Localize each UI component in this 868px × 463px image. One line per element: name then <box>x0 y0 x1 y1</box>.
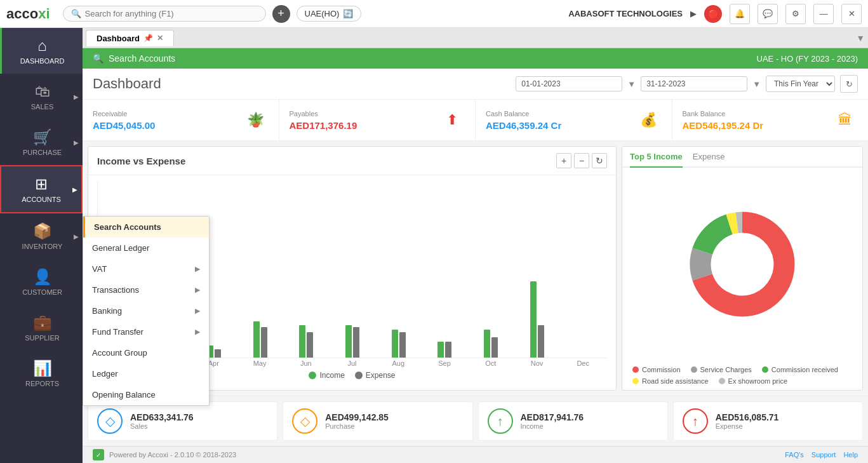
top-bar: accoxi 🔍 + UAE(HO) 🔄 AABASOFT TECHNOLOGI… <box>0 0 868 28</box>
global-search[interactable]: 🔍 <box>63 6 266 22</box>
menu-search-accounts[interactable]: Search Accounts <box>83 217 209 238</box>
tab-dashboard[interactable]: Dashboard 📌 ✕ <box>86 30 174 46</box>
sidebar-item-supplier[interactable]: 💼 SUPPLIER <box>0 305 83 351</box>
expense-bar-sep <box>445 342 451 358</box>
donut-legend: CommissionService ChargesCommission rece… <box>622 361 862 390</box>
search-accounts-left: 🔍 Search Accounts <box>93 53 175 64</box>
user-avatar[interactable]: 🔴 <box>704 5 722 23</box>
month-label-jun: Jun <box>283 359 329 367</box>
cash-amount: AED46,359.24 Cr <box>486 120 561 131</box>
sidebar-label-accounts: ACCOUNTS <box>22 196 61 203</box>
global-search-input[interactable] <box>85 9 258 18</box>
inventory-icon: 📦 <box>33 222 52 240</box>
sidebar-item-customer[interactable]: 👤 CUSTOMER <box>0 259 83 305</box>
faq-link[interactable]: FAQ's <box>785 451 804 459</box>
expense-bar-jul <box>353 327 359 358</box>
payables-card: Payables AED171,376.19 ⬆ <box>279 100 476 140</box>
expense-bar-jun <box>307 332 313 358</box>
income-bar-jul <box>345 325 352 358</box>
sidebar-item-sales[interactable]: 🛍 SALES ▶ <box>0 74 83 119</box>
donut-container <box>622 168 862 361</box>
period-select[interactable]: This Fin Year <box>766 76 835 92</box>
messages-button[interactable]: 💬 <box>758 4 778 24</box>
menu-ledger[interactable]: Ledger <box>83 363 209 384</box>
menu-vat[interactable]: VAT ▶ <box>83 258 209 279</box>
close-button[interactable]: ✕ <box>841 4 862 24</box>
tab-close-icon[interactable]: ✕ <box>157 34 163 43</box>
help-link[interactable]: Help <box>843 451 858 459</box>
chart-add-button[interactable]: + <box>556 153 571 168</box>
inventory-arrow: ▶ <box>74 233 79 240</box>
income-card-icon: ↑ <box>488 408 513 434</box>
tab-top-income[interactable]: Top 5 Income <box>630 152 683 168</box>
sidebar: ⌂ DASHBOARD 🛍 SALES ▶ 🛒 PURCHASE ▶ ⊞ ACC… <box>0 28 83 463</box>
purchase-arrow: ▶ <box>74 139 79 146</box>
menu-ledger-label: Ledger <box>92 369 117 379</box>
purchase-icon: 🛒 <box>33 128 52 146</box>
footer-left: ✓ Powered by Accoxi - 2.0.10 © 2018-2023 <box>93 449 236 460</box>
sidebar-item-purchase[interactable]: 🛒 PURCHASE ▶ <box>0 119 83 165</box>
sidebar-item-inventory[interactable]: 📦 INVENTORY ▶ <box>0 213 83 259</box>
dashboard-icon: ⌂ <box>37 37 47 55</box>
menu-transactions[interactable]: Transactions ▶ <box>83 279 209 300</box>
donut-legend-label: Commission received <box>771 366 838 373</box>
tab-expense[interactable]: Expense <box>693 152 725 168</box>
menu-opening-balance-label: Opening Balance <box>92 390 156 399</box>
cash-icon: 💰 <box>636 107 662 133</box>
expense-bar-nov <box>538 325 544 358</box>
donut-dot <box>762 366 768 373</box>
add-button[interactable]: + <box>272 5 290 23</box>
date-from-input[interactable] <box>516 76 622 91</box>
sales-arrow: ▶ <box>74 93 79 100</box>
legend-expense-label: Expense <box>366 371 396 380</box>
summary-cards: Receivable AED45,045.00 🪴 Payables AED17… <box>83 100 868 141</box>
menu-vat-label: VAT <box>92 264 107 274</box>
dashboard-title: Dashboard <box>93 76 161 92</box>
donut-dot <box>691 366 697 373</box>
company-code: UAE(HO) <box>305 9 340 18</box>
tab-dashboard-label: Dashboard <box>97 34 140 43</box>
settings-button[interactable]: ⚙ <box>785 4 806 24</box>
sales-amount: AED633,341.76 <box>130 412 194 422</box>
chart-minus-button[interactable]: − <box>574 153 589 168</box>
main-layout: ⌂ DASHBOARD 🛍 SALES ▶ 🛒 PURCHASE ▶ ⊞ ACC… <box>0 28 868 463</box>
notifications-button[interactable]: 🔔 <box>730 4 750 24</box>
company-selector[interactable]: UAE(HO) 🔄 <box>297 6 362 22</box>
sidebar-item-accounts[interactable]: ⊞ ACCOUNTS ▶ <box>0 165 83 213</box>
sidebar-item-reports[interactable]: 📊 REPORTS <box>0 351 83 396</box>
date-to-input[interactable] <box>641 76 747 91</box>
sidebar-label-dashboard: DASHBOARD <box>20 57 65 65</box>
reports-icon: 📊 <box>33 359 52 377</box>
sidebar-label-supplier: SUPPLIER <box>25 334 59 342</box>
income-bar-oct <box>484 330 490 358</box>
bar-group-nov <box>514 281 560 358</box>
minimize-button[interactable]: — <box>813 4 834 24</box>
search-accounts-bar: 🔍 Search Accounts UAE - HO (FY 2023 - 20… <box>83 48 868 69</box>
footer-text: Powered by Accoxi - 2.0.10 © 2018-2023 <box>109 451 236 459</box>
chart-header: Income vs Expense + − ↻ <box>88 147 616 175</box>
tab-context-menu[interactable]: ▼ <box>856 33 865 43</box>
expense-amount: AED516,085.71 <box>716 412 779 422</box>
company-info: UAE - HO (FY 2023 - 2023) <box>757 54 858 64</box>
menu-general-ledger[interactable]: General Ledger <box>83 238 209 258</box>
accounts-icon: ⊞ <box>35 175 48 193</box>
menu-banking[interactable]: Banking ▶ <box>83 300 209 321</box>
payables-icon: ⬆ <box>439 107 465 133</box>
donut-dot <box>632 378 639 384</box>
month-label-aug: Aug <box>375 359 421 367</box>
accounts-arrow: ▶ <box>72 186 77 193</box>
menu-fund-transfer[interactable]: Fund Transfer ▶ <box>83 321 209 342</box>
menu-opening-balance[interactable]: Opening Balance <box>83 384 209 405</box>
month-label-sep: Sep <box>422 359 467 367</box>
chart-refresh-button[interactable]: ↻ <box>592 153 607 168</box>
search-accounts-icon: 🔍 <box>93 53 103 64</box>
app-logo: accoxi <box>6 6 50 22</box>
menu-general-ledger-label: General Ledger <box>92 243 149 253</box>
support-link[interactable]: Support <box>811 451 836 459</box>
receivable-card: Receivable AED45,045.00 🪴 <box>83 100 279 140</box>
sidebar-label-customer: CUSTOMER <box>22 288 62 296</box>
donut-legend-service-charges: Service Charges <box>691 366 752 373</box>
sidebar-item-dashboard[interactable]: ⌂ DASHBOARD <box>0 28 83 74</box>
menu-account-group[interactable]: Account Group <box>83 342 209 363</box>
refresh-button[interactable]: ↻ <box>840 75 858 93</box>
